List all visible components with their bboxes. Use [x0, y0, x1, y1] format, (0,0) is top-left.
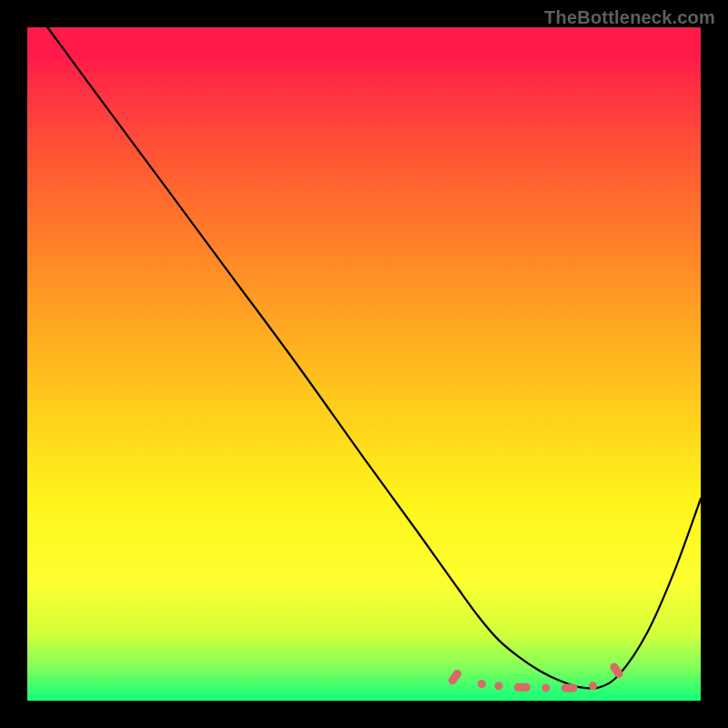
marker-dot	[541, 683, 550, 692]
marker-dot	[478, 680, 486, 688]
marker-pill	[561, 683, 578, 692]
marker-dot	[589, 682, 597, 690]
chart-svg	[27, 27, 701, 701]
chart-container: TheBottleneck.com	[0, 0, 728, 728]
plot-area	[27, 27, 701, 701]
watermark-label: TheBottleneck.com	[544, 7, 715, 28]
marker-pill	[514, 683, 531, 692]
bottleneck-curve	[47, 27, 701, 689]
marker-pill	[447, 668, 463, 686]
marker-dot	[495, 682, 503, 690]
